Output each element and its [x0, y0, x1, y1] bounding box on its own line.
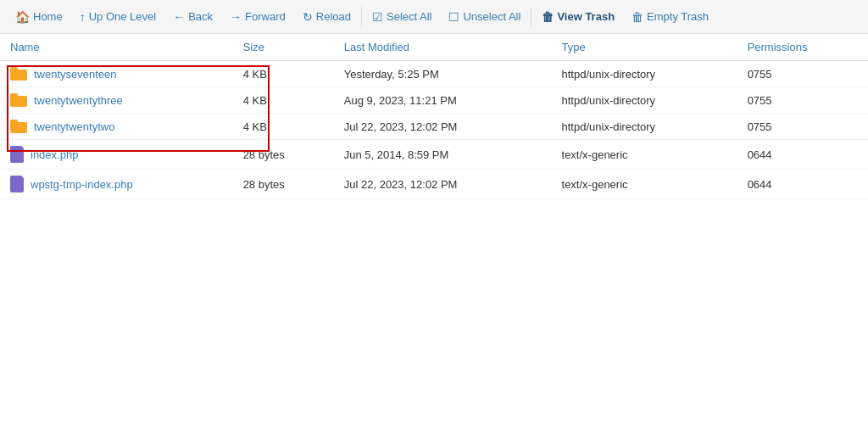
cell-name: twentyseventeen	[0, 61, 233, 87]
table-row[interactable]: twentytwentytwo4 KBJul 22, 2023, 12:02 P…	[0, 114, 868, 140]
table-row[interactable]: index.php28 bytesJun 5, 2014, 8:59 PMtex…	[0, 140, 868, 170]
cell-size: 28 bytes	[233, 140, 334, 170]
cell-size: 28 bytes	[233, 170, 334, 199]
reload-label: Reload	[316, 10, 351, 23]
toolbar-btn-back[interactable]: ←Back	[164, 0, 221, 34]
back-label: Back	[188, 10, 213, 23]
cell-permissions: 0755	[737, 61, 868, 87]
cell-name: twentytwentythree	[0, 87, 233, 114]
file-name[interactable]: twentytwentytwo	[34, 120, 114, 133]
empty-trash-label: Empty Trash	[647, 10, 709, 23]
cell-size: 4 KB	[233, 114, 334, 140]
table-row[interactable]: wpstg-tmp-index.php28 bytesJul 22, 2023,…	[0, 170, 868, 199]
cell-size: 4 KB	[233, 61, 334, 87]
toolbar-btn-home[interactable]: 🏠Home	[7, 0, 71, 34]
col-modified[interactable]: Last Modified	[334, 34, 552, 61]
toolbar-btn-select-all[interactable]: ☑Select All	[364, 0, 440, 34]
cell-name: index.php	[0, 140, 233, 170]
table-row[interactable]: twentytwentythree4 KBAug 9, 2023, 11:21 …	[0, 87, 868, 114]
forward-icon: →	[230, 10, 242, 24]
select-all-icon: ☑	[372, 10, 383, 24]
view-trash-icon: 🗑	[542, 10, 554, 24]
cell-modified: Jun 5, 2014, 8:59 PM	[334, 140, 552, 170]
empty-trash-icon: 🗑	[632, 10, 643, 24]
table-header-row: Name Size Last Modified Type Permissions	[0, 34, 868, 61]
file-name[interactable]: twentyseventeen	[34, 68, 117, 81]
cell-type: httpd/unix-directory	[552, 87, 737, 114]
home-icon: 🏠	[15, 10, 30, 24]
cell-modified: Aug 9, 2023, 11:21 PM	[334, 87, 552, 114]
cell-name: wpstg-tmp-index.php	[0, 170, 233, 199]
forward-label: Forward	[245, 10, 286, 23]
folder-icon	[10, 93, 27, 107]
toolbar-separator	[361, 7, 362, 27]
cell-modified: Jul 22, 2023, 12:02 PM	[334, 170, 552, 199]
back-icon: ←	[173, 10, 185, 24]
reload-icon: ↻	[303, 10, 313, 24]
toolbar: 🏠Home↑Up One Level←Back→Forward↻Reload☑S…	[0, 0, 868, 34]
home-label: Home	[33, 10, 63, 23]
cell-permissions: 0755	[737, 87, 868, 114]
toolbar-btn-view-trash[interactable]: 🗑View Trash	[533, 0, 623, 34]
cell-size: 4 KB	[233, 87, 334, 114]
toolbar-btn-empty-trash[interactable]: 🗑Empty Trash	[623, 0, 717, 34]
file-name[interactable]: twentytwentythree	[34, 94, 123, 107]
file-name[interactable]: index.php	[31, 148, 78, 161]
folder-icon	[10, 120, 27, 133]
select-all-label: Select All	[387, 10, 431, 23]
file-icon	[10, 146, 24, 163]
toolbar-btn-reload[interactable]: ↻Reload	[294, 0, 359, 34]
up-one-level-label: Up One Level	[89, 10, 157, 23]
cell-modified: Jul 22, 2023, 12:02 PM	[334, 114, 552, 140]
toolbar-btn-forward[interactable]: →Forward	[221, 0, 294, 34]
file-table: Name Size Last Modified Type Permissions…	[0, 34, 868, 199]
col-type[interactable]: Type	[552, 34, 737, 61]
up-one-level-icon: ↑	[80, 10, 86, 24]
cell-type: text/x-generic	[552, 140, 737, 170]
col-name[interactable]: Name	[0, 34, 233, 61]
file-icon	[10, 176, 24, 192]
col-permissions[interactable]: Permissions	[737, 34, 868, 61]
cell-name: twentytwentytwo	[0, 114, 233, 140]
cell-type: text/x-generic	[552, 170, 737, 199]
cell-permissions: 0644	[737, 170, 868, 199]
folder-icon	[10, 67, 27, 81]
cell-type: httpd/unix-directory	[552, 114, 737, 140]
table-row[interactable]: twentyseventeen4 KBYesterday, 5:25 PMhtt…	[0, 61, 868, 87]
cell-type: httpd/unix-directory	[552, 61, 737, 87]
toolbar-separator	[531, 7, 531, 27]
toolbar-btn-unselect-all[interactable]: ☐Unselect All	[440, 0, 529, 34]
cell-modified: Yesterday, 5:25 PM	[334, 61, 552, 87]
cell-permissions: 0755	[737, 114, 868, 140]
cell-permissions: 0644	[737, 140, 868, 170]
view-trash-label: View Trash	[557, 10, 615, 23]
toolbar-btn-up-one-level[interactable]: ↑Up One Level	[71, 0, 165, 34]
unselect-all-label: Unselect All	[463, 10, 520, 23]
file-name[interactable]: wpstg-tmp-index.php	[31, 178, 133, 191]
unselect-all-icon: ☐	[448, 10, 459, 24]
col-size[interactable]: Size	[233, 34, 334, 61]
